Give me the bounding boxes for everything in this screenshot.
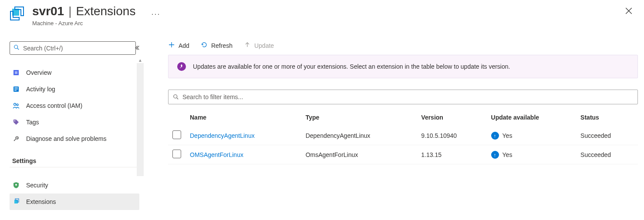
sidebar-item-tags[interactable]: Tags [10, 114, 139, 130]
svg-rect-7 [14, 90, 17, 90]
col-type[interactable]: Type [301, 109, 417, 126]
resource-name: svr01 [32, 4, 64, 18]
diagnose-icon [12, 135, 20, 143]
collapse-sidebar-button[interactable] [134, 45, 140, 52]
col-version[interactable]: Version [417, 109, 486, 126]
svg-point-10 [14, 120, 15, 121]
row-checkbox[interactable] [172, 150, 181, 158]
table-row[interactable]: OMSAgentForLinux OmsAgentForLinux 1.13.1… [168, 145, 638, 164]
banner-text: Updates are available for one or more of… [193, 63, 510, 70]
more-actions-button[interactable]: ··· [151, 10, 160, 19]
toolbar-refresh-label: Refresh [211, 42, 233, 49]
sidebar-item-activity-log[interactable]: Activity log [10, 81, 139, 97]
svg-point-14 [174, 95, 177, 98]
update-button: Update [244, 41, 274, 50]
extension-name-link[interactable]: OMSAgentForLinux [190, 151, 243, 158]
col-name[interactable]: Name [185, 109, 301, 126]
svg-rect-6 [14, 89, 18, 89]
refresh-button[interactable]: Refresh [201, 41, 233, 50]
update-available-value: Yes [502, 151, 513, 158]
extension-status: Succeeded [576, 145, 638, 164]
extension-type: DependencyAgentLinux [301, 126, 417, 145]
extensions-table: Name Type Version Update available Statu… [168, 109, 638, 164]
sidebar-section-settings: Settings [10, 155, 139, 167]
sidebar-scrollbar[interactable]: ▲ [137, 63, 144, 176]
page-title: svr01 | Extensions [32, 4, 135, 18]
svg-point-9 [17, 104, 18, 106]
refresh-icon [201, 41, 208, 50]
security-icon [12, 181, 20, 189]
search-icon [173, 94, 179, 100]
col-status[interactable]: Status [576, 109, 638, 126]
plus-icon [168, 41, 175, 50]
extension-version: 1.13.15 [417, 145, 486, 164]
svg-rect-5 [14, 87, 18, 88]
table-row[interactable]: DependencyAgentLinux DependencyAgentLinu… [168, 126, 638, 145]
sidebar-item-label: Diagnose and solve problems [26, 135, 106, 142]
resource-icon [10, 6, 25, 22]
sidebar-item-security[interactable]: Security [10, 177, 139, 193]
svg-point-8 [14, 103, 16, 106]
sidebar-item-access-control[interactable]: Access control (IAM) [10, 97, 139, 114]
toolbar-update-label: Update [254, 42, 274, 49]
svg-point-1 [14, 45, 18, 49]
command-bar: Add Refresh Update [168, 41, 638, 55]
extension-status: Succeeded [576, 126, 638, 145]
sidebar-search[interactable] [10, 41, 136, 55]
extension-type: OmsAgentForLinux [301, 145, 417, 164]
update-banner: Updates are available for one or more of… [168, 55, 638, 78]
sidebar-item-overview[interactable]: Overview [10, 64, 139, 81]
update-available-value: Yes [502, 132, 513, 139]
update-available-icon: ↑ [491, 151, 499, 159]
activity-icon [12, 85, 20, 93]
sidebar-item-label: Overview [26, 69, 51, 76]
svg-rect-3 [15, 71, 17, 74]
extension-name-link[interactable]: DependencyAgentLinux [190, 132, 255, 139]
access-icon [12, 102, 20, 110]
sidebar-item-label: Tags [26, 119, 39, 126]
close-button[interactable] [622, 4, 635, 19]
sidebar-item-label: Security [26, 182, 48, 189]
add-button[interactable]: Add [168, 41, 189, 50]
svg-point-12 [15, 184, 17, 186]
sidebar-item-label: Extensions [26, 198, 56, 205]
rocket-icon [177, 62, 186, 71]
upload-icon [244, 41, 251, 50]
row-checkbox[interactable] [172, 130, 181, 139]
col-update[interactable]: Update available [487, 109, 577, 126]
extension-version: 9.10.5.10940 [417, 126, 486, 145]
toolbar-add-label: Add [179, 42, 189, 49]
update-available-icon: ↑ [491, 132, 499, 140]
sidebar-item-extensions[interactable]: Extensions [10, 193, 139, 210]
sidebar-item-label: Access control (IAM) [26, 102, 82, 109]
extensions-icon [12, 198, 20, 206]
overview-icon [12, 69, 20, 77]
search-icon [13, 44, 20, 52]
sidebar-item-label: Activity log [26, 86, 55, 93]
sidebar-search-input[interactable] [23, 45, 132, 52]
section-name: Extensions [76, 4, 135, 18]
tags-icon [12, 118, 20, 126]
filter-input[interactable] [182, 93, 633, 100]
sidebar-item-diagnose[interactable]: Diagnose and solve problems [10, 130, 139, 147]
filter-box[interactable] [168, 90, 638, 104]
resource-subtitle: Machine - Azure Arc [32, 20, 135, 27]
